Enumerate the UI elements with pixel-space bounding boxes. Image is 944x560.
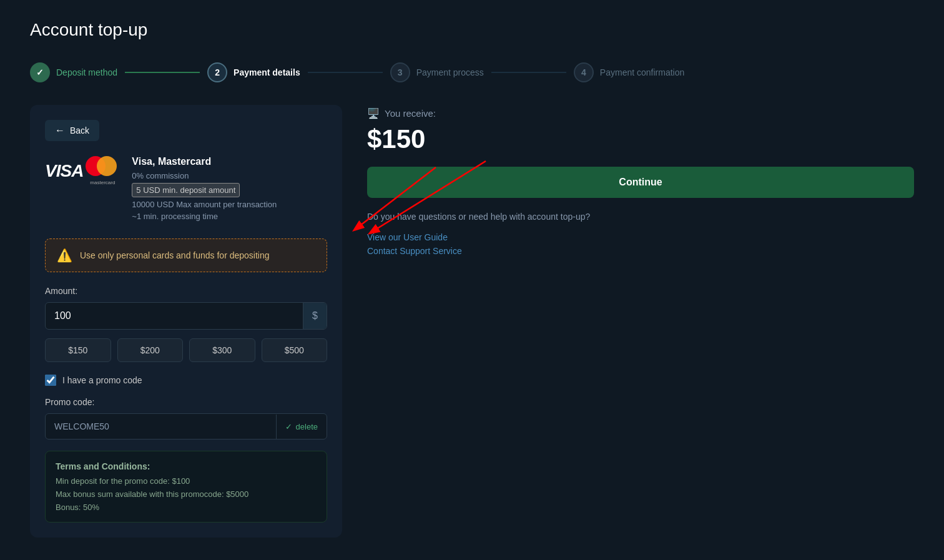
step-line-1 bbox=[125, 72, 200, 73]
right-panel: 🖥️ You receive: $150 Continue Do you hav… bbox=[367, 105, 914, 260]
promo-label: Promo code: bbox=[45, 397, 327, 407]
back-button[interactable]: ← Back bbox=[45, 120, 99, 141]
step-2: 2 Payment details bbox=[207, 62, 300, 82]
receive-amount: $150 bbox=[367, 124, 914, 154]
warning-text: Use only personal cards and funds for de… bbox=[80, 250, 270, 260]
terms-title: Terms and Conditions: bbox=[56, 461, 317, 471]
quick-btn-500[interactable]: $500 bbox=[262, 338, 328, 362]
back-arrow-icon: ← bbox=[55, 125, 65, 136]
continue-button[interactable]: Continue bbox=[367, 167, 914, 198]
currency-badge: $ bbox=[303, 303, 327, 329]
page-title: Account top-up bbox=[30, 20, 914, 40]
mc-circles bbox=[86, 156, 119, 179]
receive-label: 🖥️ You receive: bbox=[367, 107, 914, 119]
promo-check-row: I have a promo code bbox=[45, 375, 327, 386]
payment-details: Visa, Mastercard 0% commission 5 USD min… bbox=[132, 156, 327, 224]
step-3: 3 Payment process bbox=[390, 62, 484, 82]
left-panel: ← Back VISA mastercard Visa, Mas bbox=[30, 105, 342, 538]
amount-label: Amount: bbox=[45, 286, 327, 296]
amount-input-row: $ bbox=[45, 302, 327, 330]
terms-line-3: Bonus: 50% bbox=[56, 503, 317, 512]
delete-check-icon: ✓ bbox=[285, 422, 292, 431]
step-line-2 bbox=[308, 72, 383, 73]
max-amount-info: 10000 USD Max amount per transaction bbox=[132, 200, 327, 209]
payment-method-row: VISA mastercard Visa, Mastercard 0% comm… bbox=[45, 156, 327, 224]
quick-btn-300[interactable]: $300 bbox=[189, 338, 255, 362]
support-link[interactable]: Contact Support Service bbox=[367, 246, 914, 256]
back-label: Back bbox=[70, 125, 89, 135]
receive-icon: 🖥️ bbox=[367, 107, 380, 119]
amount-input[interactable] bbox=[46, 303, 303, 329]
mc-yellow-circle bbox=[97, 156, 117, 176]
terms-line-2: Max bonus sum available with this promoc… bbox=[56, 489, 317, 499]
stepper: ✓ Deposit method 2 Payment details 3 Pay… bbox=[30, 62, 914, 82]
processing-info: ~1 min. processing time bbox=[132, 212, 327, 221]
warning-icon: ⚠️ bbox=[57, 248, 72, 263]
terms-box: Terms and Conditions: Min deposit for th… bbox=[45, 451, 327, 523]
quick-btn-150[interactable]: $150 bbox=[45, 338, 111, 362]
min-deposit-info: 5 USD min. deposit amount bbox=[132, 183, 240, 197]
warning-box: ⚠️ Use only personal cards and funds for… bbox=[45, 238, 327, 272]
payment-name: Visa, Mastercard bbox=[132, 156, 327, 167]
step-2-circle: 2 bbox=[207, 62, 227, 82]
promo-check-label: I have a promo code bbox=[62, 375, 142, 385]
visa-logo: VISA bbox=[45, 161, 83, 181]
card-logos: VISA mastercard bbox=[45, 156, 119, 185]
step-line-3 bbox=[491, 72, 566, 73]
terms-line-1: Min deposit for the promo code: $100 bbox=[56, 476, 317, 486]
step-1-label: Deposit method bbox=[56, 67, 117, 77]
delete-label: delete bbox=[296, 422, 318, 431]
help-text: Do you have questions or need help with … bbox=[367, 210, 914, 224]
mc-label: mastercard bbox=[90, 180, 115, 185]
step-4-circle: 4 bbox=[574, 62, 594, 82]
step-2-label: Payment details bbox=[234, 67, 300, 77]
delete-promo-button[interactable]: ✓ delete bbox=[276, 415, 327, 439]
step-1-circle: ✓ bbox=[30, 62, 50, 82]
promo-input[interactable] bbox=[46, 414, 276, 439]
step-4: 4 Payment confirmation bbox=[574, 62, 684, 82]
promo-input-row: ✓ delete bbox=[45, 413, 327, 440]
quick-amounts: $150 $200 $300 $500 bbox=[45, 338, 327, 362]
commission-info: 0% commission bbox=[132, 171, 327, 180]
step-4-label: Payment confirmation bbox=[600, 67, 684, 77]
step-1: ✓ Deposit method bbox=[30, 62, 117, 82]
promo-checkbox[interactable] bbox=[45, 375, 56, 386]
quick-btn-200[interactable]: $200 bbox=[117, 338, 184, 362]
mastercard-logo: mastercard bbox=[86, 156, 119, 185]
step-3-circle: 3 bbox=[390, 62, 410, 82]
step-3-label: Payment process bbox=[416, 67, 484, 77]
main-layout: ← Back VISA mastercard Visa, Mas bbox=[30, 105, 914, 538]
receive-label-text: You receive: bbox=[385, 108, 436, 119]
user-guide-link[interactable]: View our User Guide bbox=[367, 232, 914, 242]
